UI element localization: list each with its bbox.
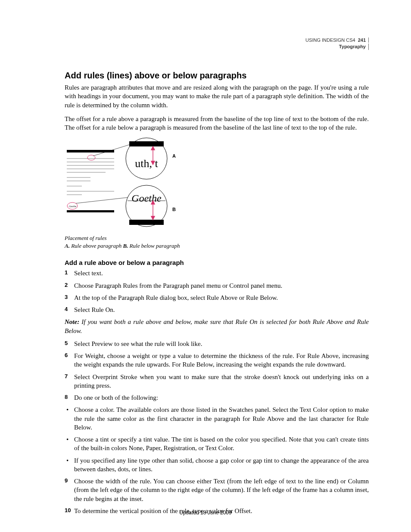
- figure-caption: Placement of rules A. Rule above paragra…: [65, 234, 369, 249]
- page: USING INDESIGN CS4241 Typography Add rul…: [0, 0, 411, 532]
- bullet-1: Choose a color. The available colors are…: [65, 405, 369, 432]
- bullet-3: If you specified any line type other tha…: [65, 456, 369, 474]
- svg-rect-24: [129, 220, 164, 225]
- doc-title: USING INDESIGN CS4: [305, 37, 355, 43]
- footer-updated: Updated 18 June 2009: [0, 510, 411, 516]
- intro-paragraph-2: The offset for a rule above a paragraph …: [65, 115, 369, 132]
- bullet-2: Choose a tint or specify a tint value. T…: [65, 435, 369, 453]
- heading-1: Add rules (lines) above or below paragra…: [65, 71, 369, 81]
- step-4: Select Rule On.: [65, 305, 369, 314]
- svg-text:Goethe: Goethe: [69, 205, 77, 208]
- figure-label-b: B: [172, 207, 176, 212]
- step-2: Choose Paragraph Rules from the Paragrap…: [65, 281, 369, 290]
- step-8: Do one or both of the following:: [65, 393, 369, 402]
- step-7: Select Overprint Stroke when you want to…: [65, 373, 369, 390]
- note: Note: If you want both a rule above and …: [65, 317, 369, 335]
- figure-svg: Goethe uth, t A Goethe: [65, 137, 177, 232]
- detail-b-text: Goethe: [131, 193, 162, 204]
- caption-b-text: Rule below paragraph: [128, 243, 180, 249]
- figure-label-a: A: [172, 153, 176, 159]
- steps-list-2: Select Preview to see what the rule will…: [65, 339, 369, 402]
- step-9: Choose the width of the rule. You can ch…: [65, 477, 369, 503]
- section-name: Typography: [305, 44, 369, 50]
- svg-rect-14: [67, 210, 114, 212]
- heading-2: Add a rule above or below a paragraph: [65, 259, 369, 266]
- caption-a-text: Rule above paragraph: [70, 243, 123, 249]
- svg-rect-18: [129, 141, 164, 146]
- caption-b-label: B.: [123, 243, 128, 249]
- running-header: USING INDESIGN CS4241 Typography: [305, 37, 369, 50]
- svg-line-16: [76, 197, 129, 203]
- step-3: At the top of the Paragraph Rule dialog …: [65, 293, 369, 302]
- step-6: For Weight, choose a weight or type a va…: [65, 352, 369, 369]
- bullet-list: Choose a color. The available colors are…: [65, 405, 369, 473]
- page-number: 241: [355, 37, 366, 43]
- note-text: If you want both a rule above and below,…: [65, 318, 369, 334]
- svg-rect-0: [67, 150, 114, 152]
- steps-list-1: Select text. Choose Paragraph Rules from…: [65, 269, 369, 314]
- svg-point-11: [87, 155, 95, 160]
- step-1: Select text.: [65, 269, 369, 277]
- step-5: Select Preview to see what the rule will…: [65, 339, 369, 348]
- caption-title: Placement of rules: [65, 235, 106, 241]
- note-label: Note:: [65, 318, 79, 325]
- intro-paragraph-1: Rules are paragraph attributes that move…: [65, 83, 369, 109]
- figure-rule-placement: Goethe uth, t A Goethe: [65, 137, 369, 249]
- detail-a-text: uth, t: [135, 157, 158, 170]
- caption-a-label: A.: [65, 243, 70, 249]
